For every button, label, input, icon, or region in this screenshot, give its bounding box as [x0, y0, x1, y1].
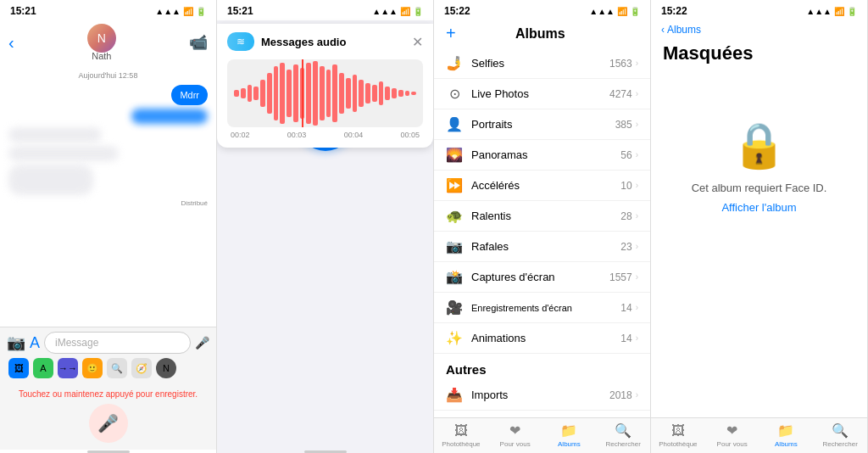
wave-bar [293, 64, 298, 122]
tab-pour-vous[interactable]: ❤ Pour vous [488, 422, 542, 448]
wave-bar [320, 66, 325, 120]
albums-tab-icon-4: 📁 [777, 422, 794, 439]
audio-modal: ≋ Messages audio ✕ [217, 24, 433, 148]
wave-bar [234, 90, 239, 97]
chevron-icon: › [636, 120, 638, 129]
album-live-photos[interactable]: ⊙ Live Photos 4274 › [434, 79, 650, 109]
wave-bar [267, 73, 272, 114]
wave-bar [253, 87, 259, 100]
tab-bar-3: 🖼 Photothèque ❤ Pour vous 📁 Albums 🔍 Rec… [434, 417, 650, 453]
close-button[interactable]: ✕ [412, 34, 423, 50]
message-sent-mdrr: Mdrr [8, 85, 208, 105]
tab-albums[interactable]: 📁 Albums [542, 422, 597, 448]
appstore-sm-icon[interactable]: A [33, 358, 53, 378]
record-hint: Touchez ou maintenez appuyé pour enregis… [7, 389, 209, 399]
back-button[interactable]: ‹ [8, 33, 14, 53]
albums-header: + Albums [434, 20, 650, 48]
battery-icon-3: 🔋 [630, 7, 640, 16]
album-name: Animations [471, 332, 620, 344]
locked-content: 🔒 Cet album requiert Face ID. Afficher l… [651, 71, 867, 261]
phototheque-tab-label: Photothèque [442, 440, 480, 448]
wave-bar [353, 75, 358, 112]
album-acceleres[interactable]: ⏩ Accélérés 10 › [434, 171, 650, 201]
album-captures[interactable]: 📸 Captures d'écran 1557 › [434, 262, 650, 293]
tab-albums-4[interactable]: 📁 Albums [760, 422, 814, 448]
tab-rechercher-4[interactable]: 🔍 Rechercher [813, 422, 867, 448]
back-albums-button[interactable]: ‹ Albums [661, 24, 701, 36]
chevron-icon: › [636, 303, 638, 312]
status-icons-1: ▲▲▲ 📶 🔋 [155, 7, 206, 16]
bubble-blurred [8, 146, 119, 161]
messages-area: Aujourd'hui 12:58 Mdrr Distribué [0, 66, 216, 327]
tab-phototheque[interactable]: 🖼 Photothèque [434, 423, 488, 448]
video-call-icon[interactable]: 📹 [189, 33, 208, 52]
time-2: 15:21 [227, 5, 253, 17]
mic-record-button[interactable]: 🎤 [89, 404, 128, 443]
message-input[interactable]: iMessage [44, 332, 191, 354]
wave-bar [379, 81, 384, 105]
tab-bar-4: 🖼 Photothèque ❤ Pour vous 📁 Albums 🔍 Rec… [651, 417, 867, 453]
memoji-icon[interactable]: 🙂 [82, 358, 103, 378]
add-album-button[interactable]: + [446, 24, 456, 43]
album-portraits[interactable]: 👤 Portraits 385 › [434, 109, 650, 140]
tab-rechercher[interactable]: 🔍 Rechercher [596, 422, 650, 448]
album-count: 4274 [609, 88, 632, 100]
status-bar-3: 15:22 ▲▲▲ 📶 🔋 [434, 0, 650, 20]
wave-bar [280, 63, 285, 124]
status-icons-3: ▲▲▲ 📶 🔋 [589, 7, 640, 16]
status-bar-4: 15:22 ▲▲▲ 📶 🔋 [651, 0, 867, 20]
time-4: 15:22 [661, 5, 687, 17]
time-label-3: 00:04 [344, 131, 364, 139]
apps-icon[interactable]: 🔍 [107, 358, 127, 378]
acceleres-icon: ⏩ [446, 177, 463, 193]
album-selfies[interactable]: 🤳 Selfies 1563 › [434, 48, 650, 79]
pour-vous-tab-label: Pour vous [500, 440, 531, 448]
mic-icon[interactable]: 🎤 [195, 336, 209, 350]
messages-nav-bar: ‹ N Nath 📹 [0, 20, 216, 66]
animoji-icon[interactable]: →→ [58, 358, 78, 378]
wave-bar [287, 70, 292, 117]
chevron-icon: › [636, 181, 638, 190]
camera-icon[interactable]: 📷 [7, 333, 25, 352]
album-rafales[interactable]: 📷 Rafales 23 › [434, 232, 650, 262]
wave-bar [274, 66, 279, 120]
bubble-blurred [8, 165, 93, 195]
album-name: Rafales [471, 240, 620, 253]
time-labels: 00:02 00:03 00:04 00:05 [227, 131, 423, 139]
album-animations[interactable]: ✨ Animations 14 › [434, 323, 650, 354]
tab-pour-vous-4[interactable]: ❤ Pour vous [705, 422, 760, 448]
selfies-icon: 🤳 [446, 55, 463, 71]
bubble-blurred [131, 109, 208, 124]
message-sent-blurred-1 [8, 109, 208, 124]
wave-bar [332, 64, 337, 122]
photos-app-icon[interactable]: 🖼 [8, 358, 29, 378]
chevron-icon: › [636, 272, 638, 282]
album-imports[interactable]: 📥 Imports 2018 › [434, 380, 650, 411]
tab-phototheque-4[interactable]: 🖼 Photothèque [651, 423, 705, 448]
appstore-icon[interactable]: A [30, 334, 40, 352]
bubble: Mdrr [171, 85, 208, 105]
pour-vous-tab-icon-4: ❤ [726, 422, 737, 439]
wave-bar [359, 80, 364, 107]
battery-icon: 🔋 [196, 7, 206, 16]
wave-bar [372, 85, 377, 102]
album-doublons[interactable]: 📋 Doublons 14 › [434, 411, 650, 417]
show-album-button[interactable]: Afficher l'album [721, 201, 796, 214]
avatar[interactable]: N [87, 24, 116, 53]
ralentis-icon: 🐢 [446, 208, 463, 224]
albums-panel: 15:22 ▲▲▲ 📶 🔋 + Albums 🤳 Selfies 1563 › … [434, 0, 651, 453]
album-name: Enregistrements d'écran [471, 303, 620, 313]
signal-icon: ▲▲▲ [155, 7, 181, 16]
profile-icon[interactable]: N [156, 358, 176, 378]
album-ralentis[interactable]: 🐢 Ralentis 28 › [434, 201, 650, 232]
face-id-lock-icon: 🔒 [732, 120, 787, 171]
messages-panel: 15:21 ▲▲▲ 📶 🔋 ‹ N Nath 📹 Aujourd'hui 12:… [0, 0, 217, 453]
album-enregistrements[interactable]: 🎥 Enregistrements d'écran 14 › [434, 293, 650, 323]
chevron-icon: › [636, 333, 638, 343]
safari-icon[interactable]: 🧭 [131, 358, 152, 378]
waveform [234, 59, 416, 127]
wifi-icon-3: 📶 [617, 7, 627, 16]
album-panoramas[interactable]: 🌄 Panoramas 56 › [434, 140, 650, 171]
albums-tab-icon: 📁 [560, 422, 577, 439]
wifi-icon-4: 📶 [834, 7, 844, 16]
